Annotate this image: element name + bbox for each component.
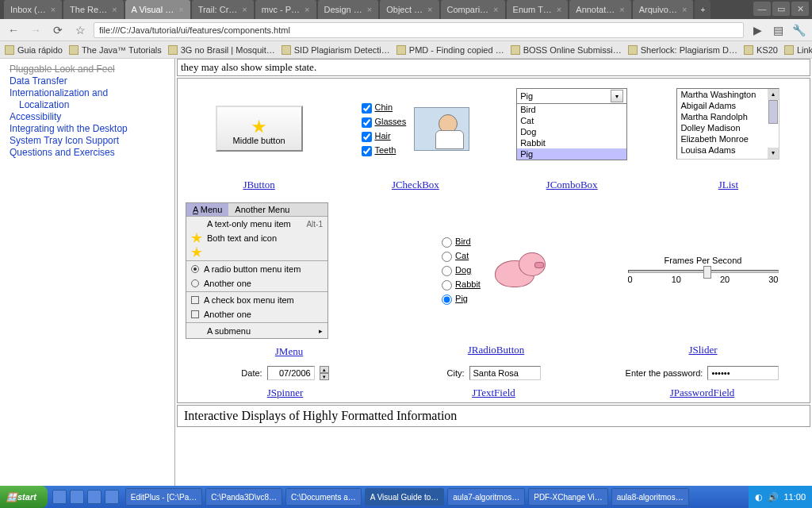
scroll-down-button[interactable]: ▾ bbox=[768, 148, 779, 159]
combo-option[interactable]: Rabbit bbox=[517, 137, 626, 148]
spin-down-button[interactable]: ▾ bbox=[320, 373, 329, 380]
caption-jpassword[interactable]: JPasswordField bbox=[670, 387, 735, 399]
menu-check-2[interactable]: Another one bbox=[186, 307, 327, 321]
menu-submenu[interactable]: A submenu▸ bbox=[186, 324, 327, 338]
caption-jcheckbox[interactable]: JCheckBox bbox=[392, 179, 439, 191]
combo-box[interactable]: Pig▾ Bird Cat Dog Rabbit Pig bbox=[516, 88, 627, 160]
page-icon[interactable]: ▤ bbox=[769, 21, 787, 39]
scroll-up-button[interactable]: ▴ bbox=[768, 89, 779, 100]
caption-jcombobox[interactable]: JComboBox bbox=[546, 179, 598, 191]
tab-inbox[interactable]: Inbox (…× bbox=[4, 0, 62, 19]
caption-jbutton[interactable]: JButton bbox=[243, 179, 274, 191]
list-item[interactable]: Abigail Adams bbox=[677, 100, 779, 111]
close-icon[interactable]: × bbox=[682, 5, 687, 14]
ql-icon[interactable] bbox=[87, 490, 102, 504]
jlist[interactable]: Martha Washington Abigail Adams Martha R… bbox=[676, 88, 779, 160]
slider-track[interactable] bbox=[628, 270, 779, 273]
bookmark-item[interactable]: Sherlock: Plagiarism D… bbox=[628, 45, 737, 55]
close-icon[interactable]: × bbox=[367, 5, 372, 14]
task-button[interactable]: aula8-algoritmos… bbox=[611, 488, 689, 506]
task-button-active[interactable]: A Visual Guide to… bbox=[365, 488, 445, 506]
nav-item[interactable]: Data Transfer bbox=[10, 75, 165, 87]
clock[interactable]: 11:00 bbox=[783, 492, 806, 502]
list-item[interactable]: Dolley Madison bbox=[677, 122, 779, 133]
caption-jslider[interactable]: JSlider bbox=[688, 344, 717, 356]
radio-bird[interactable]: Bird bbox=[442, 237, 471, 246]
menu-tab-another[interactable]: Another Menu bbox=[228, 203, 296, 216]
nav-item[interactable]: Pluggable Look and Feel bbox=[10, 64, 165, 75]
wrench-icon[interactable]: 🔧 bbox=[790, 21, 807, 39]
bookmark-item[interactable]: BOSS Online Submissi… bbox=[511, 45, 622, 55]
menu-radio-1[interactable]: A radio button menu item bbox=[186, 262, 327, 276]
radio-dog[interactable]: Dog bbox=[442, 265, 471, 275]
list-item[interactable]: Elizabeth Monroe bbox=[677, 133, 779, 144]
tab-8[interactable]: Enum T…× bbox=[507, 0, 569, 19]
forward-button[interactable]: → bbox=[27, 21, 44, 39]
tab-3[interactable]: Trail: Cr…× bbox=[192, 0, 254, 19]
tray-icon[interactable]: 🔊 bbox=[768, 492, 779, 502]
nav-item[interactable]: Questions and Exercises bbox=[10, 147, 165, 159]
caption-jspinner[interactable]: JSpinner bbox=[267, 387, 304, 399]
ql-icon[interactable] bbox=[70, 490, 84, 504]
menu-item-both[interactable]: Both text and icon bbox=[186, 231, 327, 245]
spin-up-button[interactable]: ▴ bbox=[320, 366, 329, 373]
ql-icon[interactable] bbox=[52, 490, 67, 504]
caption-jlist[interactable]: JList bbox=[718, 179, 738, 191]
tab-6[interactable]: Object …× bbox=[380, 0, 439, 19]
radio-cat[interactable]: Cat bbox=[442, 251, 469, 260]
nav-item[interactable]: Localization bbox=[10, 99, 165, 111]
close-icon[interactable]: × bbox=[557, 5, 561, 14]
tab-visual[interactable]: A Visual …× bbox=[125, 0, 190, 19]
tab-1[interactable]: The Re…× bbox=[63, 0, 124, 19]
close-icon[interactable]: × bbox=[51, 5, 56, 14]
close-button[interactable]: ✕ bbox=[791, 2, 809, 16]
combo-option[interactable]: Cat bbox=[517, 115, 626, 126]
maximize-button[interactable]: ▭ bbox=[772, 2, 790, 16]
close-icon[interactable]: × bbox=[619, 5, 624, 14]
bookmark-item[interactable]: KS20 bbox=[744, 45, 778, 55]
menu-tab-a[interactable]: A A MenuMenu bbox=[186, 203, 228, 216]
slider[interactable]: Frames Per Second 0102030 bbox=[628, 256, 779, 284]
bookmark-item[interactable]: Guia rápido bbox=[5, 45, 63, 55]
ql-icon[interactable] bbox=[105, 490, 119, 504]
combo-option[interactable]: Dog bbox=[517, 126, 626, 137]
task-button[interactable]: PDF-XChange Vi… bbox=[528, 488, 608, 506]
close-icon[interactable]: × bbox=[304, 5, 309, 14]
minimize-button[interactable]: — bbox=[753, 2, 771, 16]
menu-radio-2[interactable]: Another one bbox=[186, 276, 327, 291]
task-button[interactable]: C:\Documents a… bbox=[285, 488, 362, 506]
task-button[interactable]: EditPlus - [C:\Pa… bbox=[125, 488, 202, 506]
menu-item-text[interactable]: A text-only menu itemAlt-1 bbox=[186, 217, 327, 231]
bookmark-item[interactable]: 3G no Brasil | Mosquit… bbox=[168, 45, 275, 55]
nav-item[interactable]: System Tray Icon Support bbox=[10, 135, 165, 147]
tab-7[interactable]: Compari…× bbox=[441, 0, 505, 19]
list-item[interactable]: Louisa Adams bbox=[677, 144, 779, 156]
text-input[interactable] bbox=[469, 366, 541, 380]
combo-option-selected[interactable]: Pig bbox=[517, 148, 626, 160]
bookmark-item[interactable]: The Java™ Tutorials bbox=[69, 45, 162, 55]
caption-jmenu[interactable]: JMenu bbox=[275, 345, 303, 358]
star-icon[interactable]: ☆ bbox=[71, 21, 89, 39]
spinner-input[interactable] bbox=[267, 366, 315, 380]
tab-5[interactable]: Design …× bbox=[318, 0, 379, 19]
slider-thumb[interactable] bbox=[703, 266, 711, 279]
checkbox-chin[interactable]: Chin bbox=[362, 100, 407, 114]
menu-check-1[interactable]: A check box menu item bbox=[186, 293, 327, 307]
tab-10[interactable]: Arquivo…× bbox=[633, 0, 694, 19]
password-input[interactable] bbox=[707, 366, 779, 380]
menu-item-icon[interactable] bbox=[186, 245, 327, 260]
start-button[interactable]: 🪟 start bbox=[0, 486, 48, 508]
tab-4[interactable]: mvc - P…× bbox=[255, 0, 316, 19]
bookmark-item[interactable]: Linksys AP LASIC bbox=[784, 45, 812, 55]
task-button[interactable]: C:\Panda3D\vc8… bbox=[205, 488, 282, 506]
checkbox-hair[interactable]: Hair bbox=[362, 129, 407, 143]
checkbox-glasses[interactable]: Glasses bbox=[362, 114, 407, 129]
nav-item[interactable]: Accessibility bbox=[10, 111, 165, 123]
chevron-down-icon[interactable]: ▾ bbox=[611, 90, 623, 102]
close-icon[interactable]: × bbox=[242, 5, 247, 14]
combo-option[interactable]: Bird bbox=[517, 104, 626, 115]
close-icon[interactable]: × bbox=[112, 5, 117, 14]
bookmark-item[interactable]: PMD - Finding copied … bbox=[396, 45, 504, 55]
middle-button[interactable]: Middle button bbox=[216, 106, 303, 152]
close-icon[interactable]: × bbox=[178, 5, 183, 14]
